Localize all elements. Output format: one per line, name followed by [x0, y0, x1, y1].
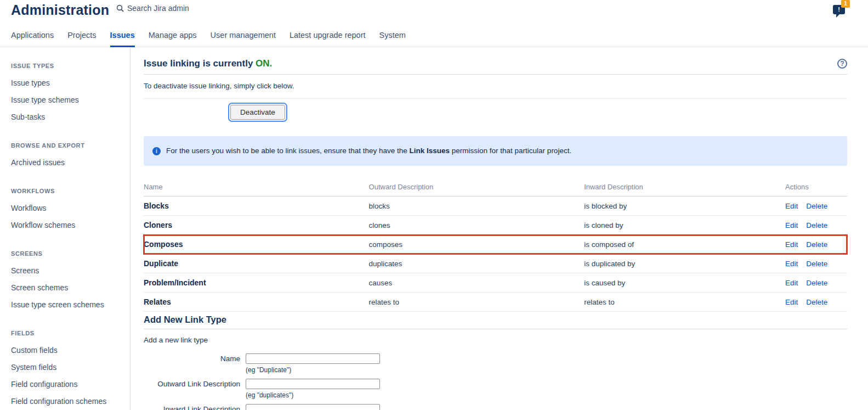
form-hint: (eg "duplicates")	[246, 391, 380, 399]
sidebar-section-title: WORKFLOWS	[11, 188, 124, 194]
admin-search-input[interactable]: Search Jira admin	[116, 4, 189, 13]
edit-link[interactable]: Edit	[785, 298, 798, 306]
table-header-row: Name Outward Description Inward Descript…	[144, 178, 847, 196]
sidebar-item-archived-issues[interactable]: Archived issues	[11, 154, 124, 171]
info-banner-text: For the users you wish to be able to lin…	[166, 147, 571, 155]
link-type-name: Duplicate	[144, 254, 369, 273]
tab-user-management[interactable]: User management	[211, 31, 276, 40]
delete-link[interactable]: Delete	[806, 202, 827, 210]
sidebar-section-title: ISSUE TYPES	[11, 63, 124, 69]
sidebar-section: WORKFLOWS WorkflowsWorkflow schemes	[11, 188, 124, 233]
sidebar-section-title: FIELDS	[11, 330, 124, 336]
status-heading-row: Issue linking is currently ON. ?	[144, 58, 847, 75]
link-type-inward: is composed of	[584, 240, 785, 249]
link-type-name: Blocks	[144, 196, 369, 215]
info-banner: i For the users you wish to be able to l…	[144, 136, 847, 166]
link-type-row: Blocks blocks is blocked by Edit Delete	[144, 196, 847, 216]
search-icon	[116, 4, 124, 12]
column-header-name: Name	[144, 178, 369, 196]
sidebar-item-field-configurations[interactable]: Field configurations	[11, 375, 124, 392]
link-type-name: Composes	[144, 235, 369, 254]
edit-link[interactable]: Edit	[785, 221, 798, 229]
edit-link[interactable]: Edit	[785, 240, 798, 249]
table-body: Blocks blocks is blocked by Edit Delete …	[144, 196, 847, 312]
link-type-name: Relates	[144, 293, 369, 311]
add-link-type-heading: Add New Link Type	[144, 314, 847, 329]
add-link-type-subtext: Add a new link type	[144, 336, 847, 344]
app-header: Administration Search Jira admin ! 1	[0, 0, 868, 23]
delete-link[interactable]: Delete	[806, 260, 827, 268]
link-type-name: Cloners	[144, 216, 369, 234]
link-types-table: Name Outward Description Inward Descript…	[144, 178, 847, 312]
edit-link[interactable]: Edit	[785, 279, 798, 287]
link-type-inward: is blocked by	[584, 202, 785, 210]
page-title: Administration	[11, 2, 109, 18]
feedback-bubble-tail	[836, 14, 839, 18]
link-type-row: Problem/Incident causes is caused by Edi…	[144, 273, 847, 293]
outward-link-description-field[interactable]	[246, 379, 380, 389]
link-type-row: Cloners clones is cloned by Edit Delete	[144, 216, 847, 235]
tab-latest-upgrade-report[interactable]: Latest upgrade report	[290, 31, 366, 40]
column-header-outward: Outward Description	[369, 178, 585, 196]
sidebar-section: SCREENS ScreensScreen schemesIssue type …	[11, 250, 124, 313]
link-type-outward: blocks	[369, 202, 585, 210]
link-type-row: Composes composes is composed of Edit De…	[144, 235, 847, 254]
notification-badge: 1	[841, 0, 850, 8]
form-label: Outward Link Description	[144, 379, 246, 399]
link-type-inward: is duplicated by	[584, 260, 785, 268]
sidebar-item-issue-type-screen-schemes[interactable]: Issue type screen schemes	[11, 296, 124, 313]
main-content: Issue linking is currently ON. ? To deac…	[131, 47, 868, 410]
sidebar-item-issue-type-schemes[interactable]: Issue type schemes	[11, 91, 124, 108]
deactivate-hint-text: To deactivate issue linking, simply clic…	[144, 82, 847, 90]
tab-system[interactable]: System	[379, 31, 406, 40]
sidebar-item-system-fields[interactable]: System fields	[11, 358, 124, 375]
sidebar-item-sub-tasks[interactable]: Sub-tasks	[11, 108, 124, 125]
search-placeholder: Search Jira admin	[127, 4, 189, 13]
link-type-outward: duplicates	[369, 260, 585, 268]
admin-nav: ApplicationsProjectsIssuesManage appsUse…	[0, 23, 868, 47]
name-field[interactable]	[246, 353, 380, 364]
delete-link[interactable]: Delete	[806, 240, 827, 249]
tab-issues[interactable]: Issues	[110, 31, 135, 40]
help-icon[interactable]: ?	[837, 59, 847, 69]
sidebar-section-title: BROWSE AND EXPORT	[11, 142, 124, 149]
delete-link[interactable]: Delete	[806, 279, 827, 287]
status-heading-text: Issue linking is currently	[144, 58, 256, 69]
sidebar-item-workflows[interactable]: Workflows	[11, 199, 124, 216]
link-type-inward: is caused by	[584, 279, 785, 287]
tab-projects[interactable]: Projects	[67, 31, 96, 40]
feedback-icon[interactable]: ! 1	[833, 5, 845, 14]
deactivate-button-row: Deactivate	[144, 105, 847, 120]
column-header-actions: Actions	[785, 178, 847, 196]
link-type-inward: relates to	[584, 298, 785, 306]
edit-link[interactable]: Edit	[785, 202, 798, 210]
link-type-outward: causes	[369, 279, 585, 287]
sidebar-item-issue-types[interactable]: Issue types	[11, 74, 124, 91]
deactivate-button[interactable]: Deactivate	[230, 105, 285, 120]
sidebar-item-screens[interactable]: Screens	[11, 262, 124, 279]
status-on-badge: ON.	[256, 58, 272, 69]
delete-link[interactable]: Delete	[806, 298, 827, 306]
status-heading: Issue linking is currently ON.	[144, 58, 272, 69]
info-text-after: permission for that particular project.	[450, 147, 571, 155]
sidebar-section: ISSUE TYPES Issue typesIssue type scheme…	[11, 63, 124, 125]
delete-link[interactable]: Delete	[806, 221, 827, 229]
inward-link-description-field[interactable]	[246, 404, 380, 410]
sidebar-item-custom-fields[interactable]: Custom fields	[11, 341, 124, 358]
link-type-outward: clones	[369, 221, 585, 229]
sidebar-item-screen-schemes[interactable]: Screen schemes	[11, 279, 124, 296]
link-type-row: Relates relates to relates to Edit Delet…	[144, 293, 847, 312]
tab-applications[interactable]: Applications	[11, 31, 54, 40]
sidebar-item-field-configuration-schemes[interactable]: Field configuration schemes	[11, 392, 124, 409]
sidebar-section: BROWSE AND EXPORT Archived issues	[11, 142, 124, 171]
link-type-outward: relates to	[369, 298, 585, 306]
link-type-name: Problem/Incident	[144, 273, 369, 292]
edit-link[interactable]: Edit	[785, 260, 798, 268]
sidebar-item-workflow-schemes[interactable]: Workflow schemes	[11, 216, 124, 233]
tab-manage-apps[interactable]: Manage apps	[149, 31, 197, 40]
sidebar-section: FIELDS Custom fieldsSystem fieldsField c…	[11, 330, 124, 410]
sidebar-section-title: SCREENS	[11, 250, 124, 257]
info-icon: i	[152, 147, 161, 155]
sidebar: ISSUE TYPES Issue typesIssue type scheme…	[0, 47, 131, 410]
divider	[144, 98, 847, 99]
